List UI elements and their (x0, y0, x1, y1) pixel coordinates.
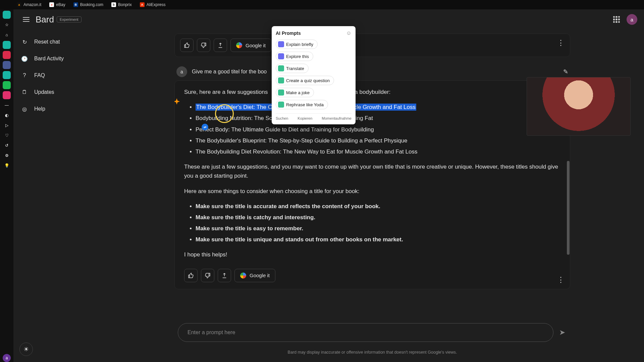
response-outro: I hope this helps! (184, 250, 560, 259)
more-menu-button[interactable]: ⋮ (557, 39, 565, 47)
rail-icon[interactable] (3, 71, 11, 79)
share-button[interactable] (218, 269, 231, 282)
scrollbar[interactable] (567, 161, 570, 255)
clock-icon: 🕑 (21, 55, 28, 62)
rail-icon[interactable] (3, 81, 11, 89)
thumbs-up-button[interactable] (184, 269, 198, 282)
share-button[interactable] (214, 39, 227, 52)
experiment-badge: Experiment (57, 16, 82, 22)
user-prompt-text: Give me a good titel for the boo (192, 69, 267, 75)
chat-main: Google it ⋮ a Give me a good titel for t… (174, 34, 570, 362)
user-message: a Give me a good titel for the boo ✎ (174, 63, 570, 80)
google-it-button[interactable]: Google it (234, 269, 275, 282)
tip-item: Make sure the title is easy to remember. (196, 224, 560, 233)
life-ring-icon: ◎ (21, 105, 28, 113)
ai-pill-yoda[interactable]: Rephrase like Yoda (276, 100, 328, 109)
nav-updates[interactable]: 🗒Updates (13, 84, 107, 101)
rail-icon[interactable] (3, 51, 11, 59)
title-suggestion: The Bodybuilder's Blueprint: The Step-by… (196, 136, 560, 145)
updates-icon: 🗒 (21, 88, 28, 96)
disclaimer-text: Bard may display inaccurate or offensive… (174, 350, 570, 355)
title-suggestion: The Bodybuilding Diet Revolution: The Ne… (196, 147, 560, 156)
tip-item: Make sure the title is catchy and intere… (196, 213, 560, 222)
edit-prompt-button[interactable]: ✎ (563, 68, 568, 75)
ai-pill-explain[interactable]: Explain briefly (276, 40, 318, 49)
rail-bulb-icon[interactable]: 💡 (3, 162, 11, 170)
rail-play-icon[interactable]: ▷ (3, 121, 11, 129)
ai-pill-translate[interactable]: Translate (276, 64, 309, 73)
nav-help[interactable]: ◎Help (13, 101, 107, 117)
rail-icon[interactable] (3, 11, 11, 19)
rail-clock-icon[interactable]: ◐ (3, 111, 11, 119)
webcam-overlay (527, 77, 631, 136)
google-icon (236, 42, 242, 48)
ai-prompts-popup: AI Prompts ☺ Explain briefly Explore thi… (272, 26, 356, 124)
bookmark-booking[interactable]: BBooking.com (73, 2, 103, 7)
feedback-card: Google it ⋮ (174, 34, 570, 57)
ai-foot-snapshot[interactable]: Momentaufnahme (322, 116, 352, 120)
rail-icon[interactable] (3, 61, 11, 69)
title-suggestion: Perfect Body: The Ultimate Guide to Diet… (196, 125, 560, 134)
bookmark-bonprix[interactable]: bBonprix (111, 2, 132, 7)
help-icon: ? (21, 72, 28, 79)
user-avatar-small: a (176, 66, 187, 77)
rail-gear-icon[interactable]: ⚙ (3, 152, 11, 160)
more-menu-button[interactable]: ⋮ (557, 276, 565, 284)
send-button[interactable]: ➤ (557, 328, 567, 337)
ai-pill-joke[interactable]: Make a joke (276, 88, 314, 97)
user-avatar[interactable]: a (627, 14, 637, 25)
prompt-input[interactable]: Enter a prompt here (178, 323, 553, 342)
side-navigation: ↻Reset chat 🕑Bard Activity ?FAQ 🗒Updates… (13, 34, 107, 117)
hamburger-menu[interactable] (20, 13, 32, 25)
google-apps-icon[interactable] (613, 16, 620, 23)
response-card: View oth ⋮ ⇄ Sure, here are a few sugges… (174, 80, 570, 289)
thumbs-down-button[interactable] (197, 39, 210, 52)
emoji-icon[interactable]: ☺ (346, 30, 352, 36)
response-paragraph: Here are some things to consider when ch… (184, 187, 560, 196)
tip-item: Make sure the title is accurate and refl… (196, 202, 560, 211)
rail-avatar[interactable]: a (3, 354, 11, 362)
bookmark-aliexpress[interactable]: AAliExpress (140, 2, 166, 7)
bookmark-amazon[interactable]: aAmazon.it (17, 2, 41, 7)
google-icon (240, 273, 246, 279)
title-suggestion: Bodybuilding Nutrition: The Science of B… (196, 114, 560, 123)
tip-item: Make sure the title is unique and stands… (196, 235, 560, 244)
rail-history-icon[interactable]: ↺ (3, 141, 11, 149)
ai-pill-explore[interactable]: Explore this (276, 52, 313, 61)
title-suggestion: The Bodybuilder's Diet: The Complete Gui… (196, 103, 560, 112)
rail-star-icon[interactable]: ☆ (3, 21, 11, 29)
browser-side-rail: ☆ ⌂ — ◐ ▷ ♡ ↺ ⚙ 💡 a (0, 9, 13, 362)
ai-pill-quiz[interactable]: Create a quiz question (276, 76, 334, 85)
ai-foot-copy[interactable]: Kopieren (298, 116, 312, 120)
response-intro: Sure, here are a few suggestions e diet … (184, 87, 560, 97)
brand-title: Bard (36, 14, 54, 25)
nav-reset-chat[interactable]: ↻Reset chat (13, 34, 107, 50)
ai-foot-search[interactable]: Suchen (276, 116, 288, 120)
google-it-button[interactable]: Google it (230, 39, 271, 52)
rail-icon[interactable] (3, 41, 11, 49)
nav-faq[interactable]: ?FAQ (13, 67, 107, 84)
bard-spark-icon (174, 98, 181, 107)
rail-heart-icon[interactable]: ♡ (3, 131, 11, 139)
theme-toggle[interactable]: ☀ (19, 343, 33, 356)
ai-popup-title: AI Prompts (276, 31, 301, 36)
rail-icon[interactable] (3, 91, 11, 99)
rail-icon[interactable]: — (3, 101, 11, 109)
thumbs-up-button[interactable] (180, 39, 194, 52)
bookmark-ebay[interactable]: eeBay (49, 2, 65, 7)
bookmarks-bar: aAmazon.it eeBay BBooking.com bBonprix A… (0, 0, 644, 9)
response-paragraph: These are just a few suggestions, and yo… (184, 162, 560, 180)
rail-home-icon[interactable]: ⌂ (3, 31, 11, 39)
translate-badge-icon[interactable]: ⇄ (202, 124, 208, 130)
prompt-input-bar: Enter a prompt here ➤ (174, 323, 570, 342)
nav-bard-activity[interactable]: 🕑Bard Activity (13, 50, 107, 67)
thumbs-down-button[interactable] (201, 269, 214, 282)
reset-icon: ↻ (21, 38, 28, 46)
